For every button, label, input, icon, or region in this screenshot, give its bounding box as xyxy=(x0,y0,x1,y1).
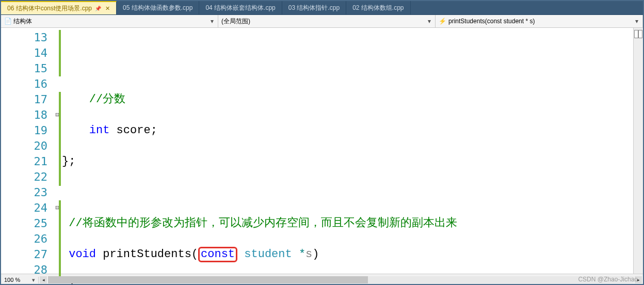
scope-dropdown[interactable]: 📄 结构体 ▾ xyxy=(1,15,218,27)
tab-05[interactable]: 05 结构体做函数参数.cpp xyxy=(117,1,199,14)
change-marker xyxy=(59,92,61,186)
pin-icon[interactable]: 📌 xyxy=(95,6,101,11)
split-view-icon[interactable] xyxy=(634,30,642,38)
comment: //将函数中的形参改为指针，可以减少内存空间，而且不会复制新的副本出来 xyxy=(69,217,457,230)
scope-icon: 📄 xyxy=(4,18,11,25)
tab-03[interactable]: 03 结构体指针.cpp xyxy=(282,1,346,14)
comment: //分数 xyxy=(89,93,125,106)
change-marker xyxy=(59,200,61,278)
tab-label: 02 结构体数组.cpp xyxy=(352,4,404,12)
paren: ) xyxy=(312,248,319,261)
member-label: printStudents(const student * s) xyxy=(448,18,535,25)
scroll-track[interactable] xyxy=(48,276,634,283)
tab-label: 03 结构体指针.cpp xyxy=(288,4,340,12)
tab-bar: 06 结构体中const使用场景.cpp 📌 ✕ 05 结构体做函数参数.cpp… xyxy=(1,1,643,15)
context-label: (全局范围) xyxy=(221,17,250,26)
param: s xyxy=(305,248,312,261)
horizontal-scrollbar[interactable]: ◂ ▸ xyxy=(39,276,643,283)
scroll-right-button[interactable]: ▸ xyxy=(635,276,642,283)
keyword: int xyxy=(89,124,110,137)
scroll-thumb[interactable] xyxy=(48,276,368,283)
highlight-const: const xyxy=(198,247,237,262)
type: student xyxy=(237,248,299,261)
close-icon[interactable]: ✕ xyxy=(105,5,110,12)
identifier: score; xyxy=(109,124,157,137)
paren: ( xyxy=(191,248,198,261)
scope-label: 结构体 xyxy=(13,17,32,26)
nav-bar: 📄 结构体 ▾ (全局范围) ▾ ⚡ printStudents(const s… xyxy=(1,15,643,28)
tab-04[interactable]: 04 结构体嵌套结构体.cpp xyxy=(199,1,282,14)
brace: }; xyxy=(62,155,75,168)
chevron-down-icon[interactable]: ▾ xyxy=(210,18,215,25)
function-name: printStudents xyxy=(96,248,191,261)
keyword-const: const xyxy=(201,248,235,261)
member-dropdown[interactable]: ⚡ printStudents(const student * s) ▾ xyxy=(436,15,643,27)
context-dropdown[interactable]: (全局范围) ▾ xyxy=(218,15,436,27)
ide-window: 06 结构体中const使用场景.cpp 📌 ✕ 05 结构体做函数参数.cpp… xyxy=(0,0,644,285)
change-marker xyxy=(59,30,61,76)
operator: * xyxy=(299,248,305,261)
chevron-down-icon[interactable]: ▾ xyxy=(634,18,639,25)
tab-label: 04 结构体嵌套结构体.cpp xyxy=(205,4,275,12)
code-area[interactable]: //分数 int score; }; //将函数中的形参改为指针，可以减少内存空… xyxy=(62,28,633,274)
tab-06[interactable]: 06 结构体中const使用场景.cpp 📌 ✕ xyxy=(1,1,117,14)
editor[interactable]: 131415161718 192021222324 25262728 ⊟ ⊟ /… xyxy=(1,28,643,274)
chevron-down-icon[interactable]: ▾ xyxy=(427,18,432,25)
tab-label: 06 结构体中const使用场景.cpp xyxy=(7,4,92,13)
tab-label: 05 结构体做函数参数.cpp xyxy=(123,4,192,12)
line-number-gutter: 131415161718 192021222324 25262728 xyxy=(1,28,53,274)
tab-02[interactable]: 02 结构体数组.cpp xyxy=(346,1,410,14)
right-margin xyxy=(633,28,643,274)
keyword: void xyxy=(69,248,96,261)
function-icon: ⚡ xyxy=(439,18,446,25)
